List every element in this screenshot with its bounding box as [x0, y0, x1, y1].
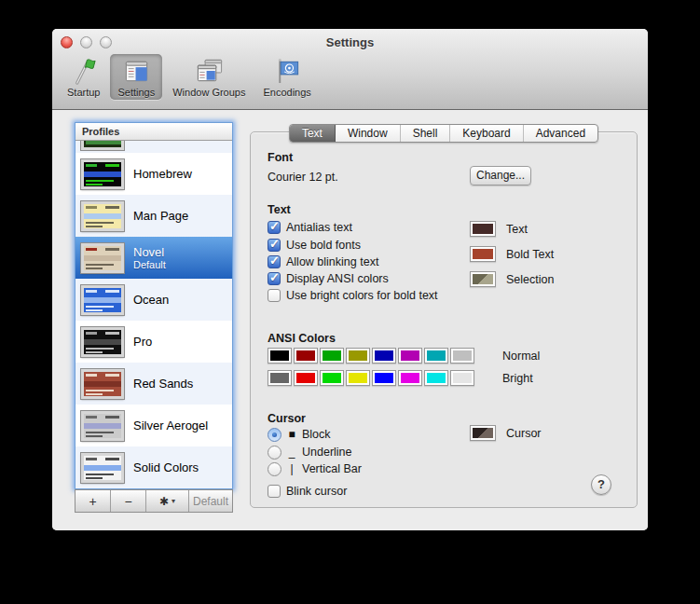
color-swatch — [473, 249, 493, 259]
profile-row-solid-colors[interactable]: Solid Colors — [75, 446, 232, 488]
color-swatch — [427, 373, 446, 383]
current-font-value: Courier 12 pt. — [268, 171, 338, 184]
window-groups-icon — [195, 57, 224, 86]
checkbox-label: Display ANSI colors — [286, 272, 389, 285]
encodings-flag-icon — [273, 57, 302, 86]
color-swatch — [349, 373, 367, 383]
tab-shell[interactable]: Shell — [401, 125, 451, 142]
text-tab-panel: Font Courier 12 pt. Change... Text ✓ Ant… — [250, 131, 638, 508]
color-swatch — [453, 373, 472, 383]
profile-name: Pro — [133, 335, 152, 349]
tab-keyboard[interactable]: Keyboard — [450, 125, 523, 142]
set-default-button[interactable]: Default — [189, 490, 232, 512]
tab-window[interactable]: Window — [336, 125, 401, 142]
profile-row-ocean[interactable]: Ocean — [75, 279, 232, 321]
display-ansi-colors-checkbox[interactable]: ✓ — [268, 272, 281, 285]
well-label: Text — [506, 223, 528, 236]
tab-strip: Text Window Shell Keyboard Advanced — [289, 124, 598, 143]
well-label: Selection — [506, 273, 554, 286]
color-swatch — [296, 350, 315, 361]
text-color-well[interactable] — [470, 221, 496, 237]
color-swatch — [473, 428, 493, 438]
text-color-row: Text — [470, 221, 528, 237]
ansi-bright-green-well[interactable] — [320, 370, 344, 386]
toolbar-item-startup[interactable]: Startup — [60, 54, 107, 100]
profile-row-novel[interactable]: Novel Default — [75, 237, 232, 279]
ansi-normal-green-well[interactable] — [320, 348, 344, 364]
profile-row-silver-aerogel[interactable]: Silver Aerogel — [75, 405, 232, 446]
color-swatch — [375, 373, 393, 383]
color-swatch — [270, 373, 289, 383]
tab-strip-wrap: Text Window Shell Keyboard Advanced — [250, 124, 638, 143]
cursor-color-well[interactable] — [470, 425, 496, 441]
profile-row-pro[interactable]: Pro — [75, 321, 232, 363]
toolbar-item-settings[interactable]: Settings — [110, 54, 162, 100]
remove-profile-button[interactable]: − — [111, 490, 146, 512]
ansi-normal-label: Normal — [502, 350, 540, 363]
antialias-text-checkbox[interactable]: ✓ — [268, 221, 281, 234]
bright-colors-bold-checkbox[interactable]: ✓ — [268, 289, 281, 302]
ansi-normal-black-well[interactable] — [268, 348, 292, 364]
settings-window: Settings Startup — [52, 29, 648, 530]
checkbox-label: Antialias text — [286, 221, 352, 234]
radio-label: Block — [302, 428, 331, 441]
ansi-bright-blue-well[interactable] — [372, 370, 396, 386]
profile-row-man-page[interactable]: Man Page — [75, 195, 232, 237]
gear-menu-button[interactable]: ✱ ▾ — [146, 490, 189, 512]
color-swatch — [401, 373, 419, 383]
ansi-normal-red-well[interactable] — [294, 348, 318, 364]
help-button[interactable]: ? — [591, 474, 611, 495]
ansi-normal-white-well[interactable] — [450, 348, 474, 364]
tab-advanced[interactable]: Advanced — [524, 125, 597, 142]
cursor-underline-radio[interactable] — [268, 446, 281, 460]
ansi-bright-magenta-well[interactable] — [398, 370, 422, 386]
bold-text-color-well[interactable] — [470, 246, 496, 262]
blink-cursor-checkbox[interactable]: ✓ — [268, 485, 281, 498]
profile-row-homebrew[interactable]: Homebrew — [75, 153, 232, 195]
allow-blinking-text-checkbox[interactable]: ✓ — [268, 255, 281, 268]
toolbar-item-window-groups[interactable]: Window Groups — [165, 54, 253, 100]
change-font-button[interactable]: Change... — [470, 166, 531, 185]
radio-label: Vertical Bar — [302, 462, 362, 475]
cursor-color-row: Cursor — [470, 425, 542, 441]
profile-name: Solid Colors — [133, 460, 199, 474]
tab-text[interactable]: Text — [290, 125, 336, 142]
ansi-normal-magenta-well[interactable] — [398, 348, 422, 364]
color-swatch — [349, 350, 367, 361]
cursor-vertical-bar-radio[interactable] — [268, 462, 281, 476]
cursor-underline-row: _ Underline — [268, 445, 352, 460]
toolbar-item-encodings[interactable]: Encodings — [255, 54, 318, 100]
selection-color-well[interactable] — [470, 271, 496, 287]
add-profile-button[interactable]: + — [75, 490, 111, 512]
color-swatch — [270, 350, 289, 361]
use-bold-fonts-checkbox[interactable]: ✓ — [268, 239, 281, 252]
ansi-normal-cyan-well[interactable] — [424, 348, 448, 364]
bold-text-color-row: Bold Text — [470, 246, 554, 262]
checkbox-label: Use bold fonts — [286, 239, 361, 252]
ansi-normal-blue-well[interactable] — [372, 348, 396, 364]
ansi-bright-black-well[interactable] — [268, 370, 292, 386]
window-title: Settings — [52, 35, 648, 49]
ansi-normal-yellow-well[interactable] — [346, 348, 370, 364]
color-swatch — [453, 350, 472, 361]
checkbox-label: Blink cursor — [286, 485, 347, 498]
cursor-block-row: ■ Block — [268, 427, 331, 442]
font-section-heading: Font — [268, 151, 293, 164]
toolbar: Startup Settings — [60, 54, 319, 100]
profiles-footer-bar: + − ✱ ▾ Default — [75, 489, 233, 513]
cursor-block-radio[interactable] — [268, 428, 281, 442]
radio-dot-icon — [272, 432, 277, 437]
blink-cursor-row: ✓ Blink cursor — [268, 484, 347, 499]
ansi-bright-red-well[interactable] — [294, 370, 318, 386]
profile-thumbnail — [81, 411, 124, 441]
ansi-bright-yellow-well[interactable] — [346, 370, 370, 386]
profile-name: Novel — [133, 245, 166, 259]
vertical-bar-cursor-icon: | — [287, 462, 296, 475]
profile-thumbnail — [81, 453, 124, 483]
ansi-section-heading: ANSI Colors — [268, 332, 336, 345]
profile-row-partial[interactable] — [75, 141, 232, 153]
profile-row-red-sands[interactable]: Red Sands — [75, 363, 232, 405]
ansi-bright-cyan-well[interactable] — [424, 370, 448, 386]
ansi-bright-white-well[interactable] — [450, 370, 474, 386]
cursor-section-heading: Cursor — [268, 412, 306, 425]
